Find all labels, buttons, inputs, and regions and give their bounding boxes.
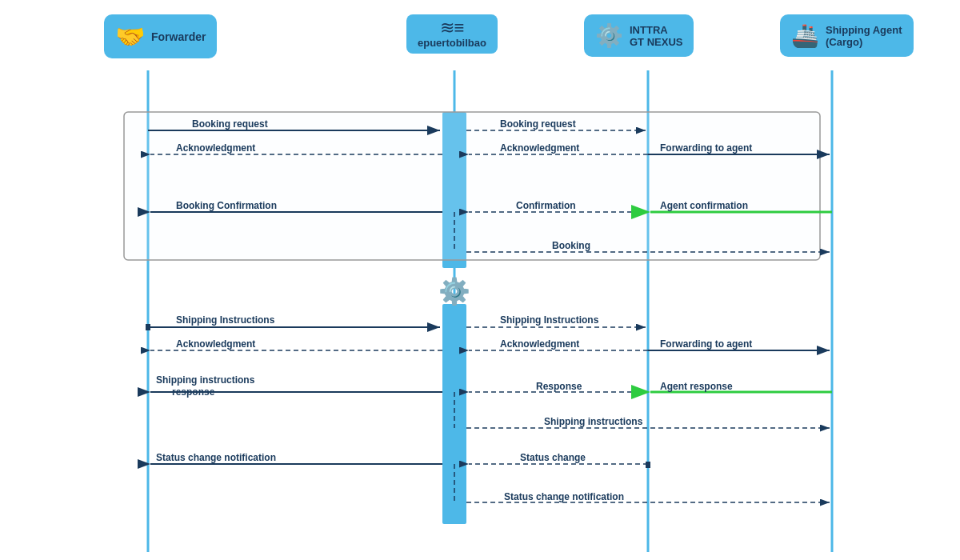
label-ack-2: Acknowledgment: [500, 142, 579, 154]
label-confirmation: Confirmation: [516, 200, 576, 211]
actor-epuerto: ≋≡ epuertobilbao: [406, 14, 498, 54]
label-status-change: Status change: [520, 452, 586, 463]
label-response: Response: [536, 381, 582, 392]
agent-icon: 🚢: [791, 22, 819, 49]
actor-forwarder: 🤝 Forwarder: [104, 14, 217, 58]
label-ack-4: Acknowledgment: [500, 338, 579, 350]
shipping-instructions-gear-icon: ⚙️: [438, 276, 470, 306]
label-ack-1: Acknowledgment: [176, 142, 255, 154]
inttra-icon: ⚙️: [595, 22, 623, 49]
arrows-layer: [0, 0, 960, 560]
epuerto-wave-icon: ≋≡: [440, 19, 465, 37]
inttra-label1: INTTRA: [630, 24, 682, 36]
label-booking: Booking: [552, 240, 590, 251]
label-shipping-instr-3: Shipping instructions: [544, 416, 642, 427]
svg-rect-36: [646, 462, 650, 468]
actor-inttra: ⚙️ INTTRA GT NEXUS: [584, 14, 694, 57]
label-status-notify: Status change notification: [156, 452, 276, 463]
label-agent-confirm: Agent confirmation: [660, 200, 748, 211]
agent-label1: Shipping Agent: [826, 24, 902, 36]
inttra-label2: GT NEXUS: [630, 36, 682, 48]
label-shipping-instr-1: Shipping Instructions: [176, 314, 274, 326]
label-booking-request-1: Booking request: [192, 118, 268, 130]
svg-rect-22: [146, 324, 150, 330]
forwarder-label: Forwarder: [151, 30, 206, 43]
actor-agent: 🚢 Shipping Agent (Cargo): [780, 14, 914, 57]
agent-label2: (Cargo): [826, 36, 902, 48]
epuerto-label: epuertobilbao: [418, 37, 486, 49]
label-status-notify-2: Status change notification: [504, 491, 624, 502]
label-ack-3: Acknowledgment: [176, 338, 255, 350]
forwarder-icon: 🤝: [115, 22, 145, 50]
label-si-response: Shipping instructions: [156, 374, 254, 386]
label-fwd-agent-2: Forwarding to agent: [660, 338, 752, 350]
svg-rect-11: [124, 112, 820, 260]
svg-rect-8: [442, 304, 466, 524]
label-shipping-instr-2: Shipping Instructions: [500, 314, 598, 326]
sequence-diagram: 🤝 Forwarder ≋≡ epuertobilbao ⚙️ INTTRA G…: [0, 0, 960, 560]
label-booking-request-2: Booking request: [500, 118, 576, 130]
svg-rect-7: [442, 112, 466, 268]
label-si-response2: response: [172, 386, 214, 398]
label-fwd-agent: Forwarding to agent: [660, 142, 752, 154]
label-agent-response: Agent response: [660, 381, 733, 392]
label-booking-confirm: Booking Confirmation: [176, 200, 277, 211]
